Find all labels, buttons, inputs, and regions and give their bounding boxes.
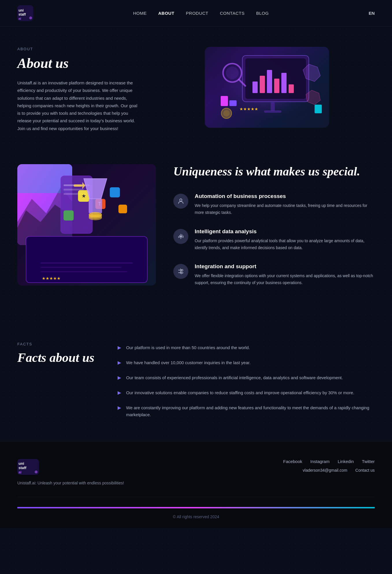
fact-item-3: ▶ Our team consists of experienced profe… [118,374,375,381]
fact-text-5: We are constantly improving our platform… [126,404,375,418]
footer-right: Facebook Instagram Linkedin Twitter vlad… [283,459,375,473]
feature-integration: Integration and support We offer flexibl… [173,263,375,286]
svg-rect-10 [267,70,272,93]
svg-point-59 [182,272,183,273]
about-description: Unistaff.ai is an innovative platform de… [17,79,142,132]
svg-rect-46 [89,199,102,213]
language-selector[interactable]: EN [369,11,375,16]
svg-rect-55 [40,271,127,272]
uniqueness-illustration: ★ T ★★★★★ [17,164,156,286]
nav-product[interactable]: PRODUCT [186,11,209,16]
footer-social-links: Facebook Instagram Linkedin Twitter [283,459,375,464]
integration-title: Integration and support [195,263,375,270]
nav-contacts[interactable]: CONTACTS [220,11,244,16]
fact-item-1: ▶ Our platform is used in more than 50 c… [118,344,375,351]
fact-text-2: We have handled over 10,000 customer inq… [126,359,251,366]
footer-main: uni staff ai Unistaff.ai: Unleash your p… [17,459,375,485]
facts-list: ▶ Our platform is used in more than 50 c… [118,342,375,418]
uniqueness-svg: ★ T ★★★★★ [17,164,156,286]
uniqueness-text-block: Uniqueness is what makes us special. Aut… [173,164,375,299]
svg-rect-33 [26,236,147,283]
about-text-block: ABOUT About us Unistaff.ai is an innovat… [17,47,142,132]
svg-point-56 [180,199,182,201]
svg-point-58 [182,269,183,271]
svg-rect-11 [274,79,279,93]
about-label: ABOUT [17,47,142,51]
svg-rect-43 [110,187,120,197]
fact-item-5: ▶ We are constantly improving our platfo… [118,404,375,418]
footer-instagram[interactable]: Instagram [310,459,330,464]
logo-icon: uni staff ai [17,5,33,21]
svg-rect-21 [229,100,237,106]
automation-title: Automation of business processes [195,193,375,199]
footer: uni staff ai Unistaff.ai: Unleash your p… [0,441,392,528]
fact-text-4: Our innovative solutions enable companie… [126,389,354,396]
svg-rect-54 [40,267,121,268]
footer-linkedin[interactable]: Linkedin [338,459,354,464]
nav-about[interactable]: ABOUT [158,11,174,16]
data-title: Intelligent data analysis [195,228,375,235]
nav-links: HOME ABOUT PRODUCT CONTACTS BLOG [133,11,269,16]
data-content: Intelligent data analysis Our platform p… [195,228,375,251]
fact-arrow-5: ▶ [118,405,121,410]
footer-twitter[interactable]: Twitter [362,459,375,464]
footer-contact-us[interactable]: Contact us [355,468,375,473]
footer-facebook[interactable]: Facebook [283,459,302,464]
svg-rect-20 [221,96,228,106]
fact-arrow-1: ▶ [118,345,121,350]
svg-text:ai: ai [18,470,21,474]
svg-text:ai: ai [18,17,21,20]
fact-text-1: Our platform is used in more than 50 cou… [126,344,250,351]
footer-email[interactable]: vladerson34@gmail.com [303,468,347,473]
svg-point-49 [89,212,102,217]
svg-rect-23 [271,102,275,111]
data-analysis-icon [173,229,188,244]
automation-desc: We help your company streamline and auto… [195,202,375,216]
footer-bottom: © All rights reserved 2024 [17,497,375,519]
integration-desc: We offer flexible integration options wi… [195,273,375,286]
about-illustration: ★★★★★ [205,47,329,128]
footer-tagline: Unistaff.ai: Unleash your potential with… [17,481,124,485]
fact-text-3: Our team consists of experienced profess… [126,374,343,381]
svg-point-64 [35,471,38,473]
svg-rect-12 [281,73,287,93]
svg-rect-13 [289,84,294,93]
fact-arrow-3: ▶ [118,375,121,380]
svg-rect-53 [40,262,133,264]
feature-automation: Automation of business processes We help… [173,193,375,216]
nav-home[interactable]: HOME [133,11,147,16]
svg-text:★★★★★: ★★★★★ [42,276,61,281]
automation-icon [173,194,188,209]
svg-rect-9 [260,76,265,93]
fact-arrow-4: ▶ [118,390,121,395]
footer-copyright: © All rights reserved 2024 [173,514,219,519]
logo[interactable]: uni staff ai [17,5,33,21]
svg-text:★: ★ [81,193,86,199]
uniqueness-section: ★ T ★★★★★ [0,150,392,322]
automation-content: Automation of business processes We help… [195,193,375,216]
facts-label: FACTS [17,342,94,346]
svg-point-18 [226,66,239,79]
svg-text:★★★★★: ★★★★★ [239,107,258,111]
svg-rect-22 [315,105,322,113]
fact-item-4: ▶ Our innovative solutions enable compan… [118,389,375,396]
footer-contact-links: vladerson34@gmail.com Contact us [303,468,375,473]
svg-rect-8 [252,82,258,93]
footer-left: uni staff ai Unistaff.ai: Unleash your p… [17,459,124,485]
svg-text:staff: staff [18,466,27,470]
footer-logo[interactable]: uni staff ai [17,459,124,476]
feature-data-analysis: Intelligent data analysis Our platform p… [173,228,375,251]
svg-rect-24 [264,110,281,113]
svg-rect-44 [118,205,127,213]
nav-blog[interactable]: BLOG [256,11,269,16]
uniqueness-title: Uniqueness is what makes us special. [173,164,375,179]
fact-arrow-2: ▶ [118,360,121,365]
facts-title: Facts about us [17,350,94,366]
svg-text:uni: uni [18,8,24,12]
integration-content: Integration and support We offer flexibl… [195,263,375,286]
about-svg-illustration: ★★★★★ [205,47,329,128]
svg-rect-42 [64,210,74,221]
svg-text:staff: staff [18,12,26,16]
svg-point-4 [29,16,32,19]
navbar: uni staff ai HOME ABOUT PRODUCT CONTACTS… [0,0,392,27]
